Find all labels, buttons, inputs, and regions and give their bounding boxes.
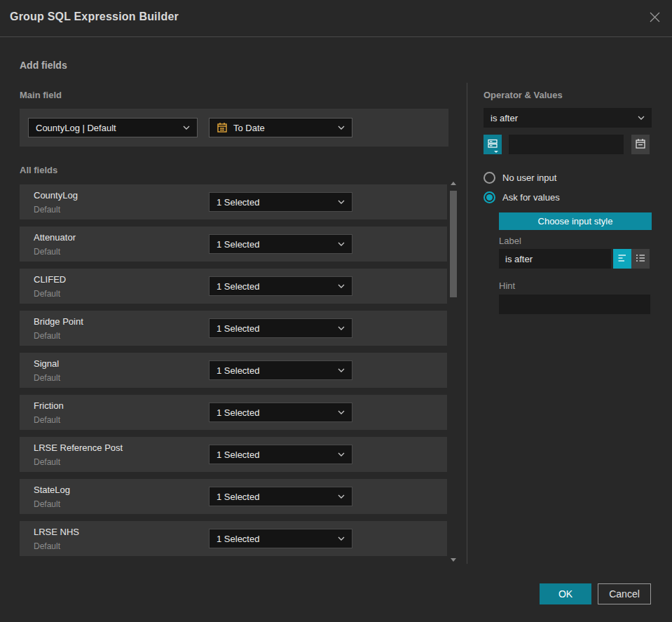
field-selection-value: 1 Selected (217, 449, 259, 460)
stacked-rows-icon (487, 138, 498, 151)
field-selection-value: 1 Selected (217, 281, 259, 292)
field-name: CLIFED (34, 274, 66, 285)
field-selection-value: 1 Selected (217, 407, 259, 418)
field-selection-dropdown[interactable]: 1 Selected (209, 276, 352, 296)
cancel-button[interactable]: Cancel (598, 583, 651, 604)
operator-dropdown[interactable]: is after (484, 108, 652, 128)
align-left-icon (617, 252, 628, 266)
field-selection-value: 1 Selected (217, 365, 259, 376)
field-row: CountyLog Default 1 Selected (20, 184, 447, 219)
hint-input[interactable] (499, 295, 650, 314)
field-selection-dropdown[interactable]: 1 Selected (209, 318, 352, 338)
field-selection-value: 1 Selected (217, 492, 259, 502)
chevron-down-icon (338, 494, 345, 499)
chevron-down-icon (338, 200, 345, 204)
field-selection-dropdown[interactable]: 1 Selected (209, 487, 352, 506)
dialog-title: Group SQL Expression Builder (10, 11, 179, 23)
all-fields-list: CountyLog Default 1 Selected Attenuator … (20, 184, 447, 556)
main-field-panel: CountyLog | Default To Date (20, 109, 448, 147)
label-input[interactable] (499, 249, 611, 269)
field-row: Signal Default 1 Selected (20, 353, 447, 388)
date-value-input[interactable] (509, 135, 624, 154)
choose-input-style-button[interactable]: Choose input style (499, 212, 652, 230)
field-name: Signal (34, 358, 59, 369)
field-subtitle: Default (34, 247, 60, 257)
field-name: CountyLog (34, 190, 78, 201)
date-picker-button[interactable] (631, 135, 650, 154)
main-field-dropdown-value: CountyLog | Default (36, 123, 116, 133)
field-name: LRSE NHS (34, 527, 79, 537)
add-fields-heading: Add fields (20, 60, 67, 71)
input-mode-radio[interactable]: Ask for values (484, 191, 560, 203)
field-selection-value: 1 Selected (217, 534, 259, 544)
scroll-up-icon[interactable] (451, 182, 456, 185)
main-field-label: Main field (20, 90, 62, 100)
chevron-down-icon (338, 284, 345, 288)
group-sql-expression-builder-dialog: Group SQL Expression Builder Add fields … (0, 0, 672, 622)
operator-values-panel: Operator & Values is after (484, 0, 652, 603)
field-subtitle: Default (34, 373, 60, 383)
chevron-down-icon (183, 126, 190, 130)
panel-divider (467, 83, 467, 564)
single-value-style-toggle[interactable] (613, 249, 631, 269)
field-selection-dropdown[interactable]: 1 Selected (209, 529, 352, 548)
chevron-down-icon (338, 326, 345, 330)
radio-label: Ask for values (502, 192, 560, 203)
list-icon (635, 252, 646, 266)
field-name: LRSE Reference Post (34, 442, 123, 453)
radio-icon (484, 172, 495, 184)
field-selection-dropdown[interactable]: 1 Selected (209, 403, 352, 422)
field-subtitle: Default (34, 331, 60, 341)
ok-button[interactable]: OK (540, 583, 591, 604)
main-field-dropdown[interactable]: CountyLog | Default (28, 118, 198, 137)
field-subtitle: Default (34, 205, 60, 215)
operator-dropdown-value: is after (491, 113, 518, 123)
radio-label: No user input (502, 173, 556, 183)
field-row: StateLog Default 1 Selected (20, 479, 447, 514)
field-selection-value: 1 Selected (217, 239, 259, 250)
field-selection-dropdown[interactable]: 1 Selected (209, 192, 352, 212)
field-name: Bridge Point (34, 316, 83, 327)
input-mode-radio[interactable]: No user input (484, 172, 556, 184)
field-row: LRSE NHS Default 1 Selected (20, 521, 447, 556)
field-name: Attenuator (34, 232, 76, 243)
chevron-down-icon (338, 536, 345, 541)
field-name: Friction (34, 400, 64, 411)
chevron-down-icon (494, 151, 498, 153)
scrollbar-thumb[interactable] (450, 191, 457, 297)
field-selection-dropdown[interactable]: 1 Selected (209, 445, 352, 464)
field-selection-dropdown[interactable]: 1 Selected (209, 360, 352, 380)
field-subtitle: Default (34, 415, 60, 425)
operator-values-heading: Operator & Values (484, 90, 563, 100)
field-selection-value: 1 Selected (217, 197, 259, 208)
chevron-down-icon (338, 368, 345, 372)
field-row: LRSE Reference Post Default 1 Selected (20, 437, 447, 472)
field-subtitle: Default (34, 499, 60, 509)
field-selection-value: 1 Selected (217, 323, 259, 334)
chevron-down-icon (338, 126, 345, 130)
field-subtitle: Default (34, 457, 60, 467)
date-field-dropdown-value: To Date (233, 123, 265, 133)
calendar-icon (217, 122, 228, 133)
field-row: Friction Default 1 Selected (20, 395, 447, 430)
list-style-toggle[interactable] (631, 249, 650, 269)
chevron-down-icon (338, 452, 345, 457)
field-subtitle: Default (34, 289, 60, 299)
field-row: Attenuator Default 1 Selected (20, 227, 447, 262)
scroll-down-icon[interactable] (451, 558, 456, 562)
field-selection-dropdown[interactable]: 1 Selected (209, 234, 352, 254)
value-type-button[interactable] (484, 135, 502, 154)
date-field-dropdown[interactable]: To Date (209, 118, 352, 137)
field-name: StateLog (34, 485, 70, 495)
field-row: Bridge Point Default 1 Selected (20, 311, 447, 346)
calendar-icon (635, 138, 646, 151)
chevron-down-icon (338, 242, 345, 246)
field-subtitle: Default (34, 541, 60, 551)
radio-icon (484, 191, 495, 203)
hint-field-label: Hint (499, 280, 515, 291)
chevron-down-icon (638, 116, 645, 120)
fields-list-scrollbar (450, 180, 457, 563)
field-row: CLIFED Default 1 Selected (20, 269, 447, 304)
all-fields-label: All fields (20, 165, 57, 175)
chevron-down-icon (338, 410, 345, 414)
